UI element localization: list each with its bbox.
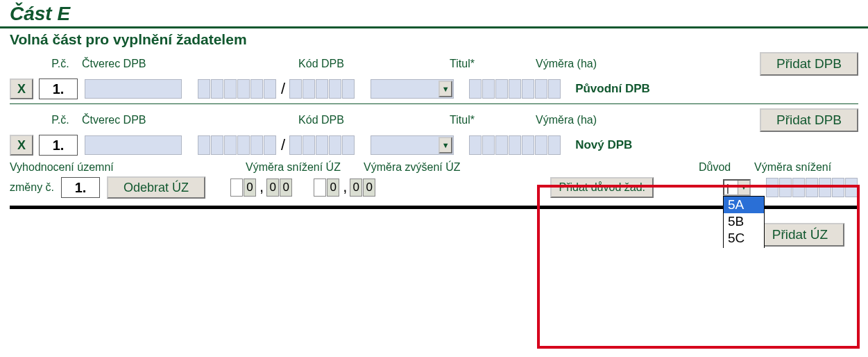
uz-number: 1. — [61, 177, 100, 198]
uz-zmeny-label: změny č. — [10, 181, 54, 194]
pridat-uz-button[interactable]: Přidat ÚZ — [756, 223, 844, 247]
delete-dpb1-button[interactable]: X — [10, 78, 33, 99]
hdr-kod: Kód DPB — [255, 114, 387, 126]
dpb1-ctverec-input[interactable] — [85, 79, 182, 99]
hdr-kod: Kód DPB — [255, 58, 387, 70]
uz-zvyseni-label: Výměra zvýšení ÚZ — [364, 161, 482, 174]
chevron-down-icon: ▼ — [439, 81, 452, 97]
duvod-option[interactable]: 5D — [724, 247, 764, 248]
delete-dpb2-button[interactable]: X — [10, 135, 33, 156]
uz-sn-int: 0 — [244, 178, 256, 197]
dpb2-kod-right[interactable] — [289, 135, 355, 155]
divider — [10, 103, 858, 104]
dpb2-kod-left[interactable] — [198, 135, 277, 155]
dpb1-titul-select[interactable]: ▼ — [371, 79, 454, 99]
uz-zvyseni-value: 0 , 0 0 — [314, 178, 376, 197]
duvod-option[interactable]: 5C — [724, 230, 764, 247]
subtitle: Volná část pro vyplnění žadatelem — [0, 28, 868, 51]
slash-1: / — [281, 80, 285, 98]
uz-zv-int: 0 — [327, 178, 339, 197]
dpb1-vymera-input[interactable] — [469, 79, 561, 99]
dpb1-kod-right[interactable] — [289, 79, 355, 99]
section-title: Část E — [0, 0, 868, 28]
duvod-option[interactable]: 5A — [724, 197, 764, 213]
pridat-duvod-button[interactable]: Přidat důvod žad. — [550, 177, 654, 198]
dpb1-side-label: Původní DPB — [575, 82, 650, 96]
slash-2: / — [281, 136, 285, 154]
uz-vymera-sn-label: Výměra snížení — [754, 161, 858, 174]
uz-input-row: změny č. 1. Odebrat ÚZ 0 , 0 0 0 , 0 0 P… — [0, 175, 868, 203]
dpb2-header-row: P.č. Čtverec DPB Kód DPB Titul* Výměra (… — [0, 107, 868, 133]
hdr-titul: Titul* — [414, 114, 511, 126]
pridat-dpb-button-1[interactable]: Přidat DPB — [760, 52, 858, 76]
dpb1-input-row: X 1. / ▼ Původní DPB — [0, 77, 868, 101]
hdr-vymera: Výměra (ha) — [511, 114, 622, 126]
dpb2-side-label: Nový DPB — [575, 138, 632, 152]
dpb2-vymera-input[interactable] — [469, 135, 561, 155]
uz-snizeni-value: 0 , 0 0 — [230, 178, 293, 197]
uz-zv-f2: 0 — [363, 178, 375, 197]
hdr-ctverec: Čtverec DPB — [82, 58, 200, 70]
duvod-option[interactable]: 5B — [724, 213, 764, 230]
caret-icon: | — [724, 182, 729, 194]
chevron-down-icon: ▼ — [738, 181, 749, 194]
uz-sn-f1: 0 — [266, 178, 279, 197]
hdr-ctverec: Čtverec DPB — [82, 114, 200, 126]
uz-vyhodnoceni-label: Vyhodnocení územní — [10, 161, 246, 174]
chevron-down-icon: ▼ — [439, 137, 452, 153]
hdr-vymera: Výměra (ha) — [511, 58, 622, 70]
dpb2-ctverec-input[interactable] — [85, 135, 182, 155]
hdr-pc: P.č. — [39, 114, 82, 126]
pridat-dpb-button-2[interactable]: Přidat DPB — [760, 108, 858, 132]
odebrat-uz-button[interactable]: Odebrat ÚZ — [107, 176, 205, 199]
hdr-pc: P.č. — [39, 58, 82, 70]
dpb1-number: 1. — [39, 78, 78, 99]
dpb1-header-row: P.č. Čtverec DPB Kód DPB Titul* Výměra (… — [0, 51, 868, 77]
uz-duvod-label: Důvod — [699, 161, 754, 174]
dpb1-kod-left[interactable] — [198, 79, 277, 99]
uz-vymera-snizeni-input[interactable] — [766, 178, 858, 197]
dpb2-titul-select[interactable]: ▼ — [371, 135, 454, 155]
uz-sn-f2: 0 — [280, 178, 292, 197]
comma: , — [343, 178, 347, 197]
hdr-titul: Titul* — [414, 58, 511, 70]
uz-snizeni-label: Výměra snížení ÚZ — [246, 161, 364, 174]
dpb2-input-row: X 1. / ▼ Nový DPB — [0, 133, 868, 157]
dpb2-number: 1. — [39, 135, 78, 156]
comma: , — [259, 178, 264, 197]
uz-zv-f1: 0 — [350, 178, 362, 197]
uz-header-row: Vyhodnocení územní Výměra snížení ÚZ Vým… — [0, 157, 868, 175]
duvod-dropdown-list[interactable]: 5A 5B 5C 5D 5E 5F 5G — [723, 196, 765, 248]
duvod-select[interactable]: | ▼ — [723, 179, 751, 196]
